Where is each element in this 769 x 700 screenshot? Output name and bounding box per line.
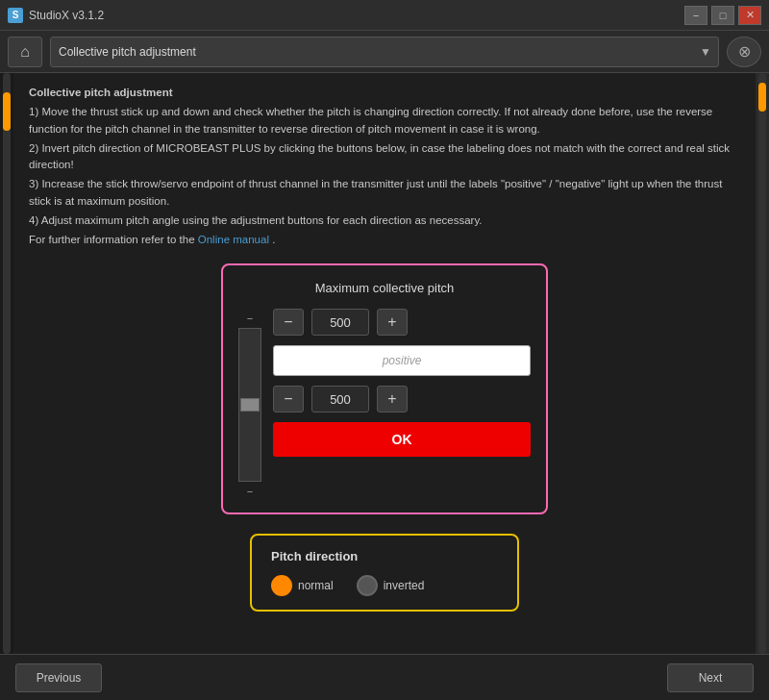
title-bar-left: S StudioX v3.1.2: [8, 8, 104, 23]
minimize-button[interactable]: −: [684, 6, 707, 25]
maximize-button[interactable]: □: [711, 6, 734, 25]
content-area: Collective pitch adjustment 1) Move the …: [13, 73, 756, 654]
link-suffix-text: .: [272, 234, 275, 245]
slider-controls: − − − + positive: [238, 309, 531, 497]
bottom-spinbox-row: − +: [273, 386, 531, 412]
top-spinbox-row: − +: [273, 309, 531, 336]
top-minus-button[interactable]: −: [273, 309, 304, 336]
right-scroll-thumb: [758, 83, 766, 112]
radio-normal-label: normal: [298, 579, 334, 592]
top-plus-button[interactable]: +: [377, 309, 408, 336]
right-scroll-track: [758, 73, 766, 654]
right-scroll-bar[interactable]: [756, 73, 769, 654]
left-scroll-track: [3, 73, 11, 654]
pitch-direction-card: Pitch direction normal inverted: [250, 534, 519, 612]
instruction-step4: 4) Adjust maximum pitch angle using the …: [29, 212, 740, 229]
manual-link-line: For further information refer to the Onl…: [29, 232, 740, 248]
top-value-input[interactable]: [311, 309, 369, 336]
pitch-slider-container: − −: [238, 309, 261, 497]
radio-normal-indicator: [271, 575, 292, 596]
previous-button[interactable]: Previous: [15, 663, 102, 692]
radio-inverted-label: inverted: [384, 579, 425, 592]
pitch-slider[interactable]: [238, 328, 261, 482]
bottom-minus-button[interactable]: −: [273, 386, 304, 412]
pitch-controls-right: − + positive − + OK: [273, 309, 531, 457]
instruction-step3: 3) Increase the stick throw/servo endpoi…: [29, 176, 740, 210]
settings-button[interactable]: ⊗: [727, 37, 761, 67]
link-prefix-text: For further information refer to the: [29, 234, 195, 245]
radio-inverted[interactable]: inverted: [357, 575, 425, 596]
page-dropdown[interactable]: Collective pitch adjustment: [50, 37, 719, 67]
status-text: positive: [383, 354, 422, 367]
bottom-value-input[interactable]: [311, 386, 369, 412]
app-title: StudioX v3.1.2: [29, 9, 104, 22]
home-button[interactable]: ⌂: [8, 37, 42, 67]
instructions-section: Collective pitch adjustment 1) Move the …: [29, 85, 740, 248]
close-button[interactable]: ✕: [738, 6, 761, 25]
instruction-step2: 2) Invert pitch direction of MICROBEAST …: [29, 140, 740, 174]
left-scroll-thumb: [3, 92, 11, 131]
ok-button[interactable]: OK: [273, 422, 531, 457]
radio-inverted-indicator: [357, 575, 378, 596]
title-bar: S StudioX v3.1.2 − □ ✕: [0, 0, 769, 31]
instructions-title: Collective pitch adjustment: [29, 85, 740, 101]
toolbar: ⌂ Collective pitch adjustment ▼ ⊗: [0, 31, 769, 73]
online-manual-link[interactable]: Online manual: [198, 234, 269, 245]
radio-normal[interactable]: normal: [271, 575, 334, 596]
pitch-card: Maximum collective pitch − − − +: [221, 263, 548, 514]
status-display: positive: [273, 345, 531, 376]
slider-top-label: −: [247, 312, 253, 324]
next-button[interactable]: Next: [667, 663, 754, 692]
slider-bottom-label: −: [247, 486, 253, 497]
main-area: Collective pitch adjustment 1) Move the …: [0, 73, 769, 654]
instruction-step1: 1) Move the thrust stick up and down and…: [29, 104, 740, 138]
settings-icon: ⊗: [738, 42, 751, 61]
app-icon: S: [8, 8, 23, 23]
radio-group: normal inverted: [271, 575, 498, 596]
bottom-bar: Previous Next: [0, 654, 769, 700]
bottom-plus-button[interactable]: +: [377, 386, 408, 412]
pitch-card-title: Maximum collective pitch: [238, 281, 531, 295]
home-icon: ⌂: [20, 43, 30, 61]
direction-card-title: Pitch direction: [271, 549, 498, 563]
dropdown-wrapper: Collective pitch adjustment ▼: [50, 37, 719, 67]
left-scroll-indicator: [0, 73, 13, 654]
window-controls: − □ ✕: [684, 6, 761, 25]
